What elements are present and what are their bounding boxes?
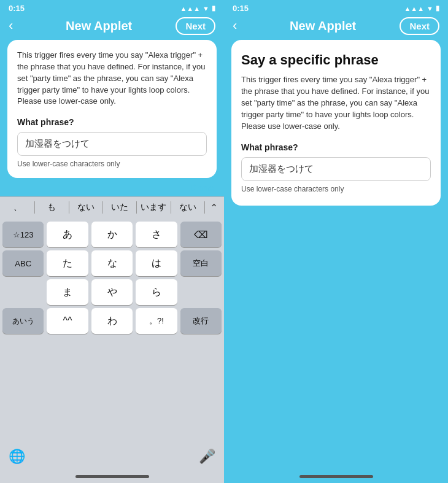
time-left: 0:15 [9, 4, 25, 13]
suggestion-4[interactable]: います [138, 201, 169, 214]
phrase-input-right[interactable] [241, 157, 431, 181]
suggestion-2[interactable]: ない [71, 201, 101, 214]
left-panel: 0:15 ▲▲▲ ▼ ▮ ‹ New Applet Next This trig… [0, 0, 224, 483]
field-label-left: What phrase? [17, 117, 207, 127]
key-sa[interactable]: さ [136, 222, 177, 247]
done-button[interactable]: Done [190, 183, 214, 194]
hint-left: Use lower-case characters only [17, 160, 207, 168]
card-right: Say a specific phrase This trigger fires… [231, 40, 441, 206]
next-button-right[interactable]: Next [400, 17, 439, 35]
kb-row-3: ま や ら [2, 279, 222, 305]
time-right: 0:15 [233, 4, 249, 13]
key-ra[interactable]: ら [136, 279, 177, 305]
hint-right: Use lower-case characters only [241, 185, 431, 193]
description-right: This trigger fires every time you say "A… [241, 74, 431, 132]
sep-3 [136, 201, 137, 214]
kb-row-1: ☆123 あ か さ ⌫ [2, 222, 222, 247]
key-wa[interactable]: わ [91, 308, 133, 334]
key-ma[interactable]: ま [47, 279, 88, 305]
wifi-icon: ▼ [203, 5, 209, 12]
suggestion-0[interactable]: 、 [2, 201, 33, 214]
sep-1 [69, 201, 69, 214]
sep-0 [34, 201, 35, 214]
phrase-input-left[interactable] [17, 132, 207, 156]
key-space[interactable]: 空白 [180, 250, 222, 276]
key-enter[interactable]: 改行 [180, 308, 222, 334]
home-indicator-right [224, 475, 448, 478]
keyboard-footer: 🌐 🎤 [0, 446, 224, 469]
home-indicator-left [0, 469, 224, 483]
key-punct[interactable]: 。?! [136, 308, 177, 334]
key-ka[interactable]: か [91, 222, 133, 247]
back-button-left[interactable]: ‹ [9, 18, 13, 34]
signal-icons-left: ▲▲▲ ▼ ▮ [180, 4, 215, 12]
right-panel: 0:15 ▲▲▲ ▼ ▮ ‹ New Applet Next Say a spe… [224, 0, 448, 483]
mic-icon[interactable]: 🎤 [199, 449, 215, 465]
chevron-up-icon[interactable]: ⌃ [206, 202, 222, 214]
key-123[interactable]: ☆123 [2, 222, 44, 247]
suggestions-bar: 、 も ない いた います ない ⌃ [0, 196, 224, 218]
signal-icon: ▲▲▲ [180, 5, 200, 12]
battery-icon: ▮ [212, 4, 215, 12]
suggestion-5[interactable]: ない [172, 201, 203, 214]
key-ha[interactable]: は [136, 250, 177, 276]
sep-2 [102, 201, 103, 214]
page-title-left: New Applet [19, 19, 179, 33]
done-bar: Done [0, 178, 224, 196]
key-na[interactable]: な [91, 250, 133, 276]
backspace-key[interactable]: ⌫ [180, 222, 222, 247]
key-aiueo[interactable]: あいう [2, 308, 44, 334]
kb-row-2: ABC た な は 空白 [2, 250, 222, 276]
signal-icons-right: ▲▲▲ ▼ ▮ [404, 4, 439, 12]
back-button-right[interactable]: ‹ [233, 18, 237, 34]
suggestion-3[interactable]: いた [104, 201, 135, 214]
status-bar-left: 0:15 ▲▲▲ ▼ ▮ [0, 0, 224, 14]
description-left: This trigger fires every time you say "A… [17, 50, 207, 107]
header-right: ‹ New Applet Next [224, 14, 448, 40]
sep-5 [204, 201, 205, 214]
japanese-keyboard: ☆123 あ か さ ⌫ ABC た な は 空白 ま や ら あいう ^^ わ… [0, 218, 224, 446]
battery-icon-r: ▮ [436, 4, 439, 12]
key-a[interactable]: あ [47, 222, 88, 247]
home-bar-left [75, 475, 149, 478]
globe-icon[interactable]: 🌐 [9, 449, 25, 465]
section-title: Say a specific phrase [241, 52, 431, 68]
key-ta[interactable]: た [47, 250, 88, 276]
header-left: ‹ New Applet Next [0, 14, 224, 40]
key-ya[interactable]: や [91, 279, 133, 305]
suggestion-1[interactable]: も [36, 201, 67, 214]
key-hat[interactable]: ^^ [47, 308, 88, 334]
field-label-right: What phrase? [241, 142, 431, 152]
card-left: This trigger fires every time you say "A… [7, 40, 217, 178]
next-button-left[interactable]: Next [176, 17, 215, 35]
signal-icon-r: ▲▲▲ [404, 5, 424, 12]
key-abc[interactable]: ABC [2, 250, 44, 276]
page-title-right: New Applet [243, 19, 403, 33]
wifi-icon-r: ▼ [427, 5, 433, 12]
status-bar-right: 0:15 ▲▲▲ ▼ ▮ [224, 0, 448, 14]
sep-4 [171, 201, 171, 214]
kb-row-4: あいう ^^ わ 。?! 改行 [2, 308, 222, 334]
home-bar-right [299, 475, 373, 478]
